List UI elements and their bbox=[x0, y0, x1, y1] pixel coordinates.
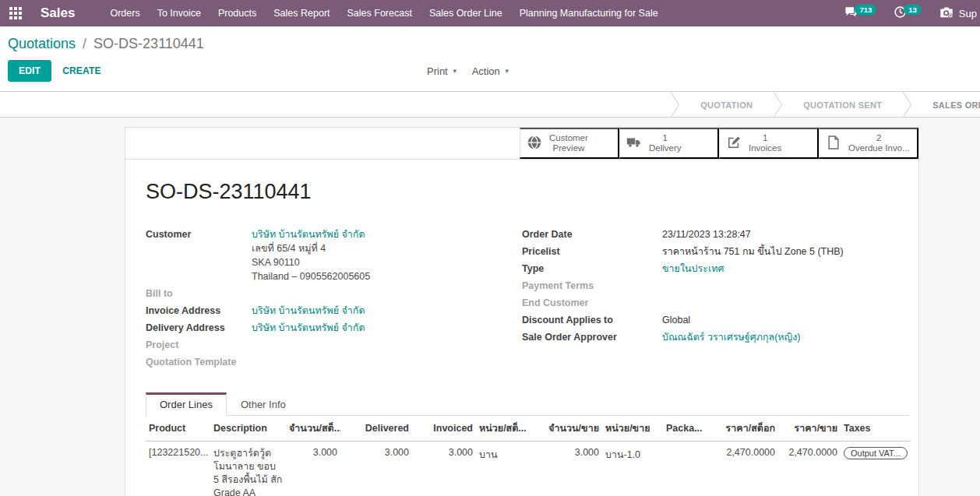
app-name[interactable]: Sales bbox=[41, 5, 75, 21]
column-header[interactable]: หน่วย/ขาย bbox=[602, 416, 663, 441]
field-label: Payment Terms bbox=[522, 279, 662, 293]
action-menu-button[interactable]: Action ▼ bbox=[472, 65, 510, 77]
globe-icon bbox=[527, 135, 542, 153]
control-panel-center: Print ▼ Action ▼ bbox=[427, 65, 510, 77]
messages-button[interactable]: 713 bbox=[844, 5, 876, 22]
stat-label: Overdue Invo... bbox=[848, 143, 910, 154]
tab-other-info[interactable]: Other Info bbox=[227, 392, 300, 416]
nav-menu-item[interactable]: Sales Report bbox=[265, 0, 338, 26]
column-header[interactable]: Taxes bbox=[841, 416, 911, 441]
print-menu-button[interactable]: Print ▼ bbox=[427, 65, 458, 77]
breadcrumb-parent[interactable]: Quotations bbox=[8, 36, 76, 51]
address-line: เลขที่ 65/4 หมู่ที่ 4 bbox=[252, 241, 370, 255]
column-header[interactable]: Delivered bbox=[340, 416, 412, 441]
tax-badge[interactable]: Output VAT... bbox=[844, 447, 908, 459]
cell-ราคา-สต็อก: 2,470.0000 bbox=[710, 441, 778, 496]
stat-value: 1 bbox=[749, 133, 781, 144]
caret-down-icon: ▼ bbox=[452, 68, 458, 75]
table-header-row: ProductDescriptionจำนวน/สต็...DeliveredI… bbox=[146, 416, 911, 441]
field-link[interactable]: บริษัท บ้านรัตนทรัพย์ จำกัด bbox=[252, 305, 365, 316]
field-label: Order Date bbox=[522, 227, 662, 241]
tab-order-lines[interactable]: Order Lines bbox=[146, 392, 227, 416]
statusbar-step[interactable]: SALES ORDER bbox=[912, 92, 980, 118]
column-header[interactable]: Invoiced bbox=[412, 416, 476, 441]
field-link[interactable]: บริษัท บ้านรัตนทรัพย์ จำกัด bbox=[252, 229, 365, 240]
field-row: Customerบริษัท บ้านรัตนทรัพย์ จำกัดเลขที… bbox=[146, 227, 522, 283]
order-lines-table: ProductDescriptionจำนวน/สต็...DeliveredI… bbox=[146, 416, 911, 496]
camera-plus-icon bbox=[939, 5, 954, 22]
stat-button-text: 1Delivery bbox=[649, 133, 682, 154]
nav-menu-item[interactable]: To Invoice bbox=[149, 0, 210, 26]
statusbar-step[interactable]: QUOTATION bbox=[680, 92, 773, 118]
breadcrumb-current: SO-DS-23110441 bbox=[93, 36, 204, 51]
nav-menu-item[interactable]: Sales Order Line bbox=[421, 0, 511, 26]
navbar-right: 713 13 Sup bbox=[844, 5, 980, 22]
column-header[interactable]: หน่วย/สต็... bbox=[476, 416, 532, 441]
chevron-separator-icon bbox=[773, 92, 783, 118]
column-header[interactable]: Product bbox=[146, 416, 210, 441]
nav-menu-item[interactable]: Products bbox=[210, 0, 265, 26]
nav-menu-item[interactable]: Sales Forecast bbox=[339, 0, 421, 26]
field-label: Sale Order Approver bbox=[522, 330, 662, 344]
field-label: Project bbox=[146, 338, 252, 352]
field-text: ราคาหน้าร้าน 751 กม ขึ้นไป Zone 5 (THB) bbox=[662, 246, 844, 257]
column-header[interactable]: จำนวน/ขาย bbox=[532, 416, 602, 441]
apps-grid-icon bbox=[9, 7, 22, 19]
order-line-row[interactable]: [123221520...ประตูฮาร์ดวู้ด โมนาลาย ขอบ … bbox=[146, 441, 911, 496]
field-row: Invoice Addressบริษัท บ้านรัตนทรัพย์ จำก… bbox=[146, 304, 522, 318]
truck-icon bbox=[626, 135, 642, 153]
cell-ราคา-ขาย: 2,470.0000 bbox=[778, 441, 841, 496]
field-value: 23/11/2023 13:28:47 bbox=[662, 227, 751, 241]
column-header[interactable]: ราคา/สต็อก bbox=[710, 416, 778, 441]
nav-menu-item[interactable]: Planning Manufacturing for Sale bbox=[511, 0, 667, 26]
address-line: SKA 90110 bbox=[252, 255, 370, 269]
field-label: Pricelist bbox=[522, 244, 662, 259]
activities-button[interactable]: 13 bbox=[894, 5, 922, 22]
column-header[interactable]: จำนวน/สต็... bbox=[286, 416, 340, 441]
field-row: Quotation Template bbox=[146, 355, 522, 369]
table-body: [123221520...ประตูฮาร์ดวู้ด โมนาลาย ขอบ … bbox=[146, 441, 911, 496]
column-header[interactable]: Packa... bbox=[663, 416, 710, 441]
right-field-column: Order Date23/11/2023 13:28:47Pricelistรา… bbox=[522, 227, 898, 372]
field-row: End Customer bbox=[522, 296, 898, 310]
cell-จำนวน-สต็-: 3.000 bbox=[286, 441, 340, 496]
chevron-separator-icon bbox=[902, 92, 912, 118]
field-link[interactable]: บัณณฉัตร์ วราเศรษฐ์ศุภกุล(หญิง) bbox=[662, 332, 800, 343]
stat-label: Invoices bbox=[749, 143, 781, 154]
pencil-square-icon bbox=[726, 135, 742, 153]
column-header[interactable]: ราคา/ขาย bbox=[778, 416, 841, 441]
stat-button-invoices[interactable]: 1Invoices bbox=[719, 128, 819, 159]
field-text: 23/11/2023 13:28:47 bbox=[662, 229, 751, 240]
order-lines-table-wrap: ProductDescriptionจำนวน/สต็...DeliveredI… bbox=[146, 416, 909, 496]
stat-value: 1 bbox=[649, 133, 682, 144]
record-title: SO-DS-23110441 bbox=[125, 160, 918, 227]
stat-button-overdue-invo-[interactable]: 2Overdue Invo... bbox=[819, 128, 918, 159]
field-row: Typeขายในประเทศ bbox=[522, 262, 898, 276]
user-label: Sup bbox=[959, 8, 977, 19]
stat-button-preview[interactable]: CustomerPreview bbox=[520, 128, 619, 159]
cell-taxes: Output VAT... bbox=[841, 441, 911, 496]
edit-button[interactable]: EDIT bbox=[8, 60, 51, 82]
field-link[interactable]: ขายในประเทศ bbox=[662, 263, 724, 274]
field-row: Pricelistราคาหน้าร้าน 751 กม ขึ้นไป Zone… bbox=[522, 244, 898, 259]
form-view: CustomerPreview1Delivery1Invoices2Overdu… bbox=[0, 118, 980, 496]
apps-menu-button[interactable] bbox=[0, 0, 31, 26]
field-label: Customer bbox=[146, 227, 252, 283]
nav-menu-item[interactable]: Orders bbox=[101, 0, 148, 26]
column-header[interactable]: Description bbox=[210, 416, 286, 441]
statusbar-step[interactable]: QUOTATION SENT bbox=[783, 92, 902, 118]
stat-button-delivery[interactable]: 1Delivery bbox=[619, 128, 719, 159]
field-value: บริษัท บ้านรัตนทรัพย์ จำกัด bbox=[252, 304, 365, 318]
user-menu[interactable]: Sup bbox=[939, 5, 977, 22]
field-value: บริษัท บ้านรัตนทรัพย์ จำกัด bbox=[252, 321, 365, 335]
breadcrumb: Quotations / SO-DS-23110441 bbox=[0, 26, 980, 58]
field-value: ขายในประเทศ bbox=[662, 262, 724, 276]
field-label: End Customer bbox=[522, 296, 662, 310]
field-groups: Customerบริษัท บ้านรัตนทรัพย์ จำกัดเลขที… bbox=[125, 227, 918, 372]
field-value: บริษัท บ้านรัตนทรัพย์ จำกัดเลขที่ 65/4 ห… bbox=[252, 227, 370, 283]
stat-button-text: CustomerPreview bbox=[549, 133, 588, 154]
create-button[interactable]: CREATE bbox=[51, 61, 112, 81]
document-icon bbox=[826, 135, 841, 153]
field-link[interactable]: บริษัท บ้านรัตนทรัพย์ จำกัด bbox=[252, 322, 365, 333]
field-label: Delivery Address bbox=[146, 321, 252, 335]
